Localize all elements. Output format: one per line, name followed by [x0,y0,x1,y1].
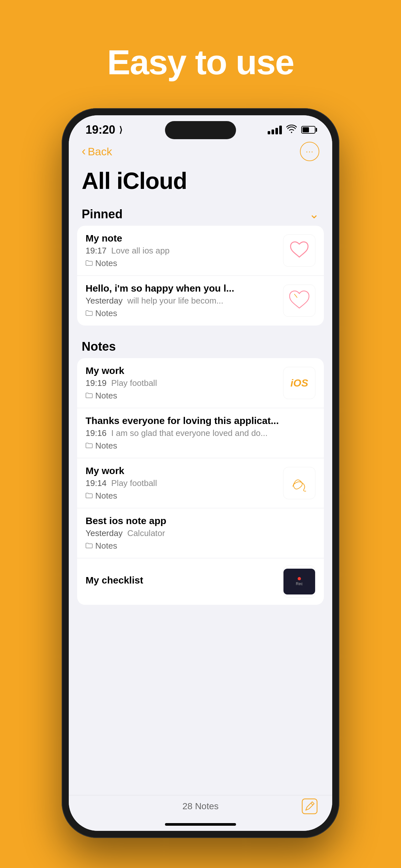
note-title: My note [86,233,278,244]
back-button[interactable]: ‹ Back [82,145,112,158]
folder-icon [86,309,93,318]
wifi-icon [286,124,297,135]
folder-icon [86,492,93,500]
svg-rect-0 [302,799,317,814]
note-title: My work [86,465,278,476]
folder-icon [86,541,93,551]
folder-name: Notes [95,441,117,451]
note-folder: Notes [86,391,278,401]
headline: Easy to use [107,42,294,82]
note-thanks[interactable]: Thanks everyone for loving this applicat… [77,408,324,458]
note-thumbnail-heart2 [283,284,315,317]
nav-bar: ‹ Back ··· [69,139,332,165]
compose-button[interactable] [300,797,319,816]
folder-name: Notes [95,491,117,501]
note-title: My work [86,365,278,376]
phone-frame: 19:20 ⟩ [62,108,339,838]
note-folder: Notes [86,541,315,551]
more-button[interactable]: ··· [300,142,319,161]
note-my-work-2[interactable]: My work 19:14 Play football Notes [77,458,324,508]
dynamic-island [165,121,236,139]
note-thumbnail-ios: iOS [283,367,315,399]
note-meta: 19:17 Love all ios app [86,246,278,256]
note-content: Best ios note app Yesterday Calculator N… [86,516,315,551]
note-thumbnail-recording: Rec [283,565,315,598]
notes-count: 28 Notes [182,801,219,811]
pinned-notes-group: My note 19:17 Love all ios app Notes [77,226,324,326]
back-label: Back [88,145,112,158]
time-display: 19:20 [86,123,115,136]
note-meta: Yesterday will help your life becom... [86,296,278,306]
note-meta: Yesterday Calculator [86,528,315,538]
note-folder: Notes [86,308,278,318]
signal-bars-icon [268,125,282,134]
pinned-note-1[interactable]: My note 19:17 Love all ios app Notes [77,226,324,275]
home-indicator [69,818,332,831]
notes-group: My work 19:19 Play football Notes iOS [77,358,324,605]
note-title: Best ios note app [86,516,315,526]
location-icon: ⟩ [119,125,122,135]
pinned-chevron-icon[interactable]: ⌄ [309,207,319,221]
note-thumbnail-scribble [283,467,315,499]
note-content: My work 19:19 Play football Notes [86,365,278,401]
note-meta: 19:16 I am so glad that everyone loved a… [86,428,315,438]
folder-icon [86,259,93,268]
note-title: Hello, i'm so happy when you l... [86,283,278,294]
bottom-bar: 28 Notes [69,795,332,818]
folder-name: Notes [95,308,117,318]
rec-label: Rec [296,582,303,586]
note-folder: Notes [86,491,278,501]
folder-icon [86,441,93,451]
page-header: All iCloud [69,165,332,200]
content-area: Pinned ⌄ My note 19:17 Love all ios app [69,200,332,795]
pinned-section-header: Pinned ⌄ [69,200,332,226]
battery-icon [301,126,315,134]
note-title: Thanks everyone for loving this applicat… [86,415,315,426]
status-icons [268,124,315,135]
note-folder: Notes [86,258,278,268]
note-content: My checklist [86,575,278,588]
note-best-ios[interactable]: Best ios note app Yesterday Calculator N… [77,508,324,558]
note-content: My work 19:14 Play football Notes [86,465,278,501]
back-chevron-icon: ‹ [82,144,86,158]
note-content: My note 19:17 Love all ios app Notes [86,233,278,268]
folder-icon [86,392,93,400]
notes-label: Notes [82,340,116,353]
home-bar [165,823,236,826]
status-time: 19:20 ⟩ [86,123,122,136]
note-folder: Notes [86,441,315,451]
note-meta: 19:14 Play football [86,478,278,488]
more-icon: ··· [306,147,314,157]
note-content: Hello, i'm so happy when you l... Yester… [86,283,278,318]
note-title: My checklist [86,575,278,586]
note-meta: 19:19 Play football [86,378,278,388]
recording-thumb: Rec [283,569,315,594]
folder-name: Notes [95,391,117,401]
rec-dot [298,577,301,580]
pinned-label: Pinned [82,207,123,221]
folder-name: Notes [95,541,117,551]
pinned-note-2[interactable]: Hello, i'm so happy when you l... Yester… [77,275,324,326]
note-thumbnail-heart1 [283,235,315,267]
ios-text-icon: iOS [290,377,308,389]
notes-section-header: Notes [69,333,332,358]
page-title: All iCloud [82,167,319,194]
note-my-work-1[interactable]: My work 19:19 Play football Notes iOS [77,358,324,408]
folder-name: Notes [95,258,117,268]
note-my-checklist[interactable]: My checklist Rec [77,558,324,605]
phone-screen: 19:20 ⟩ [69,115,332,831]
note-content: Thanks everyone for loving this applicat… [86,415,315,451]
